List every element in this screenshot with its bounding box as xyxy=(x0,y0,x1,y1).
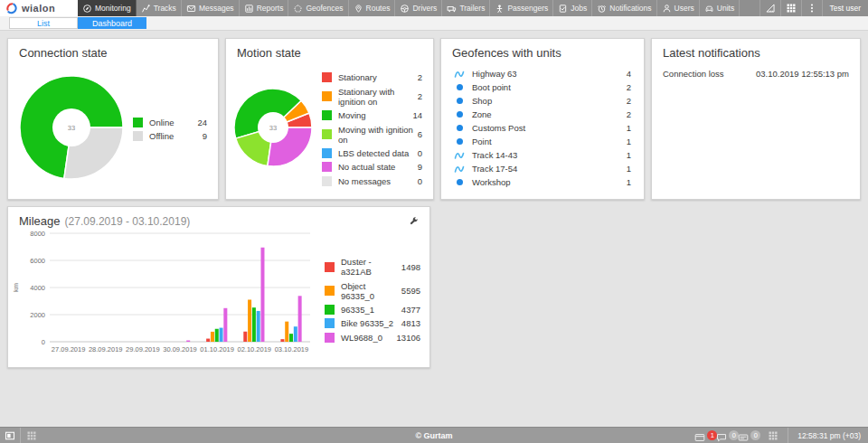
nav-item-label: Monitoring xyxy=(95,4,131,13)
geofences-icon xyxy=(293,4,303,14)
nav-item-passengers[interactable]: Passengers xyxy=(490,0,553,16)
legend-item[interactable]: No actual state9 xyxy=(322,160,422,174)
nav-item-reports[interactable]: Reports xyxy=(240,0,289,16)
nav-item-routes[interactable]: Routes xyxy=(349,0,396,16)
geofence-units-count: 1 xyxy=(627,137,631,146)
mileage-panel: Mileage (27.09.2019 - 03.10.2019) 020004… xyxy=(7,206,430,368)
area-geofence-icon xyxy=(457,138,463,145)
messages-icon xyxy=(186,4,196,14)
nav-item-notifications[interactable]: Notifications xyxy=(592,0,656,16)
users-icon xyxy=(662,4,672,14)
nav-item-label: Messages xyxy=(199,4,234,13)
svg-text:03.10.2019: 03.10.2019 xyxy=(275,345,309,353)
geofence-row[interactable]: Boot point2 xyxy=(454,80,631,94)
nav-item-label: Geofences xyxy=(306,4,343,13)
trailers-icon xyxy=(447,4,457,14)
legend-value: 2 xyxy=(418,91,422,101)
svg-text:33: 33 xyxy=(269,124,277,132)
nav-item-trailers[interactable]: Trailers xyxy=(442,0,490,16)
legend-item[interactable]: Offline9 xyxy=(133,129,207,143)
nav-item-label: Passengers xyxy=(507,4,548,13)
bottom-apps-grid-icon[interactable] xyxy=(21,428,42,443)
legend-item[interactable]: 96335_14377 xyxy=(325,303,420,316)
geofence-row[interactable]: Shop2 xyxy=(454,94,631,108)
wialon-logo-text: wialon xyxy=(22,3,55,14)
svg-text:01.10.2019: 01.10.2019 xyxy=(200,345,234,353)
notification-window-icon[interactable]: 1 xyxy=(693,430,708,441)
legend-value: 6 xyxy=(418,129,422,139)
wialon-logo[interactable]: wialon xyxy=(0,0,78,16)
chart-tools-icon[interactable] xyxy=(409,216,419,226)
panel-title: Motion state xyxy=(226,39,433,60)
sms-icon[interactable]: 0 xyxy=(737,430,751,441)
nav-item-units[interactable]: Units xyxy=(700,0,740,16)
svg-text:km: km xyxy=(12,283,20,292)
apps-grid-icon[interactable] xyxy=(780,0,801,16)
legend-color-swatch xyxy=(133,131,143,141)
geofence-row[interactable]: Workshop1 xyxy=(454,175,631,189)
legend-value: 5595 xyxy=(401,286,420,296)
legend-color-swatch xyxy=(325,262,335,272)
svg-text:27.09.2019: 27.09.2019 xyxy=(52,345,86,353)
legend-item[interactable]: Stationary2 xyxy=(322,71,422,84)
svg-text:33: 33 xyxy=(68,124,75,132)
legend-item[interactable]: Moving14 xyxy=(322,108,422,122)
geofence-name: Track 14-43 xyxy=(472,150,517,160)
nav-item-label: Units xyxy=(717,4,734,13)
legend-item[interactable]: Moving with ignition on6 xyxy=(322,122,422,146)
legend-item[interactable]: Stationary with ignition on2 xyxy=(322,85,422,108)
area-geofence-icon xyxy=(457,179,463,185)
svg-text:0: 0 xyxy=(42,338,45,346)
legend-item[interactable]: Duster - a321AB1498 xyxy=(325,255,420,278)
nav-item-monitoring[interactable]: Monitoring xyxy=(78,0,137,16)
chat-icon[interactable]: 0 xyxy=(715,430,730,441)
nav-item-messages[interactable]: Messages xyxy=(182,0,240,16)
legend-item[interactable]: WL9688_013106 xyxy=(325,331,420,344)
geofence-row[interactable]: Track 14-431 xyxy=(454,148,631,162)
footer-grid-icon[interactable] xyxy=(768,430,778,441)
nav-item-label: Routes xyxy=(366,4,391,13)
nav-item-jobs[interactable]: Jobs xyxy=(553,0,592,16)
nav-item-tracks[interactable]: Tracks xyxy=(137,0,182,16)
geofence-row[interactable]: Highway 634 xyxy=(454,67,631,80)
user-menu[interactable]: Test user xyxy=(822,0,868,16)
notification-row[interactable]: Connection loss03.10.2019 12:55:13 pm xyxy=(663,67,849,80)
panel-title: Connection state xyxy=(8,39,218,60)
panel-title: Mileage xyxy=(19,214,61,228)
legend-value: 1498 xyxy=(401,262,420,272)
nav-item-geofences[interactable]: Geofences xyxy=(288,0,348,16)
geofence-units-count: 2 xyxy=(627,82,631,92)
legend-value: 9 xyxy=(203,131,207,141)
nav-item-drivers[interactable]: Drivers xyxy=(395,0,442,16)
ruler-icon[interactable] xyxy=(760,0,780,16)
geofence-row[interactable]: Customs Post1 xyxy=(454,121,631,135)
main-menu: MonitoringTracksMessagesReportsGeofences… xyxy=(78,0,760,16)
geofence-row[interactable]: Track 17-541 xyxy=(454,162,631,175)
geofence-row[interactable]: Zone2 xyxy=(454,108,631,121)
legend-item[interactable]: No messages0 xyxy=(322,174,422,187)
legend-label: Moving with ignition on xyxy=(338,125,418,145)
mileage-bar-chart: 02000400060008000km27.09.201928.09.20192… xyxy=(10,228,316,367)
legend-item[interactable]: Object 96335_05595 xyxy=(325,278,420,302)
geofence-row[interactable]: Point1 xyxy=(454,135,631,148)
legend-item[interactable]: LBS detected data0 xyxy=(322,146,422,160)
geofence-units-count: 1 xyxy=(627,150,631,160)
legend-color-swatch xyxy=(322,129,332,139)
footer-right: 100 12:58:31 pm (+03) xyxy=(693,428,868,443)
area-geofence-icon xyxy=(457,98,463,104)
notifications-icon xyxy=(597,4,607,14)
kebab-menu-icon[interactable] xyxy=(801,0,822,16)
legend-item[interactable]: Online24 xyxy=(133,116,207,129)
nav-item-label: Tracks xyxy=(154,4,176,13)
connection-state-panel: Connection state 33 Online24Offline9 xyxy=(7,38,219,200)
passengers-icon xyxy=(495,4,505,14)
tab-dashboard[interactable]: Dashboard xyxy=(78,17,146,29)
nav-item-users[interactable]: Users xyxy=(657,0,700,16)
legend-item[interactable]: Bike 96335_24813 xyxy=(325,316,420,330)
legend-color-swatch xyxy=(133,118,143,127)
top-navigation-bar: wialon MonitoringTracksMessagesReportsGe… xyxy=(0,0,868,16)
work-area-toggle-icon[interactable] xyxy=(0,428,21,443)
legend-color-swatch xyxy=(322,176,332,186)
tab-list[interactable]: List xyxy=(9,17,78,29)
geofence-units-count: 4 xyxy=(627,69,631,79)
